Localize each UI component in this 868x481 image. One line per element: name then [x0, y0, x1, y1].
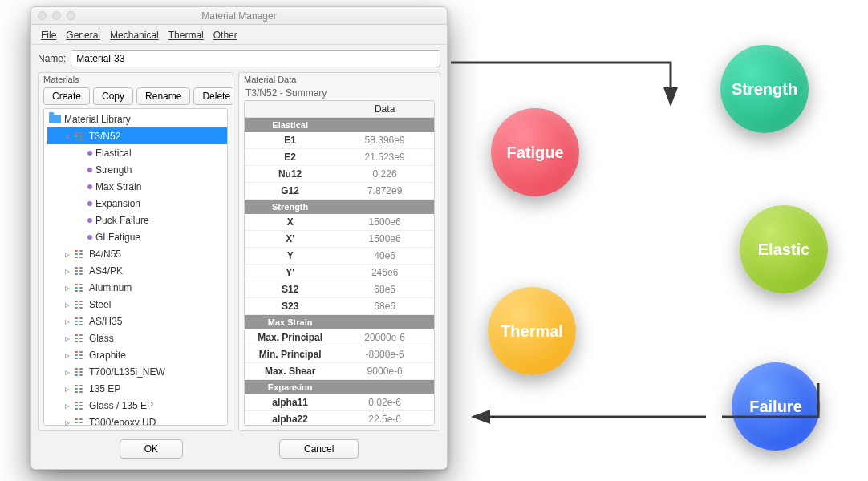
list-icon: [75, 132, 86, 140]
property-value: 0.02e-6: [335, 394, 434, 411]
rename-button[interactable]: Rename: [136, 87, 190, 105]
table-row[interactable]: alpha110.02e-6: [245, 394, 434, 411]
table-row[interactable]: S1268e6: [245, 281, 434, 298]
tree-item[interactable]: ▹B4/N55: [47, 245, 227, 262]
material-tree[interactable]: Material Library ▿ T3/N52 ElasticalStren…: [43, 108, 228, 426]
titlebar[interactable]: Material Manager: [31, 7, 447, 25]
dialog-footer: OK Cancel: [31, 431, 447, 467]
property-value: 58.396e9: [335, 132, 434, 149]
cancel-button[interactable]: Cancel: [279, 439, 359, 459]
chevron-right-icon[interactable]: ▹: [63, 265, 71, 277]
tree-item[interactable]: ▹T700/L135i_NEW: [47, 363, 227, 380]
material-data-grid[interactable]: Data ElasticalE158.396e9E221.523e9Nu120.…: [244, 100, 435, 426]
bullet-icon: [87, 218, 92, 223]
bullet-icon: [87, 235, 92, 240]
table-row[interactable]: E221.523e9: [245, 149, 434, 166]
material-data-panel: Material Data T3/N52 - Summary Data Elas…: [238, 72, 440, 431]
table-row[interactable]: Max. Principal20000e-6: [245, 329, 434, 346]
tree-item-label: 135 EP: [89, 383, 120, 394]
tree-item[interactable]: ▹Steel: [47, 296, 227, 313]
copy-button[interactable]: Copy: [93, 87, 133, 105]
list-icon: [75, 317, 86, 325]
tree-item[interactable]: ▹T300/epoxy UD: [47, 414, 227, 426]
tree-item[interactable]: ▹Glass / 135 EP: [47, 397, 227, 414]
list-icon: [75, 267, 86, 275]
badge-strength: Strength: [720, 45, 809, 133]
chevron-right-icon[interactable]: ▹: [63, 417, 71, 426]
minimize-icon[interactable]: [52, 11, 61, 20]
name-input[interactable]: [71, 50, 440, 67]
menu-bar: File General Mechanical Thermal Other: [31, 25, 447, 45]
menu-file[interactable]: File: [38, 28, 59, 42]
section-header: Strength: [245, 200, 335, 215]
zoom-icon[interactable]: [67, 11, 75, 20]
tree-item[interactable]: ▹AS/H35: [47, 313, 227, 329]
property-name: alpha11: [245, 394, 335, 411]
property-value: 0.226: [335, 166, 434, 183]
chevron-right-icon[interactable]: ▹: [63, 333, 71, 344]
property-value: 22.5e-6: [335, 411, 434, 426]
table-row[interactable]: Min. Principal-8000e-6: [245, 346, 434, 363]
chevron-right-icon[interactable]: ▹: [63, 400, 71, 411]
tree-item[interactable]: Puck Failure: [47, 212, 227, 228]
property-name: Y: [245, 248, 335, 265]
property-value: 1500e6: [335, 214, 434, 231]
chevron-down-icon[interactable]: ▿: [63, 131, 71, 142]
tree-item-selected[interactable]: ▿ T3/N52: [47, 127, 227, 144]
materials-toolbar: Create Copy Rename Delete: [39, 84, 233, 108]
tree-item[interactable]: ▹135 EP: [47, 380, 227, 397]
menu-general[interactable]: General: [63, 28, 103, 42]
bullet-icon: [87, 168, 92, 172]
menu-mechanical[interactable]: Mechanical: [107, 28, 162, 42]
menu-other[interactable]: Other: [210, 28, 241, 42]
table-row[interactable]: X'1500e6: [245, 231, 434, 248]
section-header: Expansion: [245, 380, 335, 395]
chevron-right-icon[interactable]: ▹: [63, 316, 71, 327]
tree-item-label: Glass: [89, 333, 114, 344]
table-row[interactable]: S2368e6: [245, 298, 434, 315]
tree-item-label: Expansion: [95, 198, 140, 209]
tree-root[interactable]: Material Library: [47, 111, 227, 127]
bullet-icon: [87, 184, 92, 189]
property-value: 20000e-6: [335, 329, 434, 346]
property-name: S23: [245, 298, 335, 315]
tree-item-label: Strength: [95, 164, 132, 176]
tree-item-label: Graphite: [89, 350, 126, 361]
name-row: Name:: [31, 45, 447, 72]
tree-item[interactable]: ▹Aluminum: [47, 279, 227, 296]
list-icon: [75, 334, 86, 342]
tree-item[interactable]: GLFatigue: [47, 228, 227, 245]
property-name: Y': [245, 265, 335, 281]
tree-item[interactable]: ▹AS4/PK: [47, 262, 227, 279]
tree-item[interactable]: ▹Graphite: [47, 346, 227, 363]
tree-item[interactable]: Strength: [47, 161, 227, 178]
tree-item-label: B4/N55: [89, 249, 121, 260]
close-icon[interactable]: [38, 11, 47, 20]
property-name: G12: [245, 183, 335, 200]
table-row[interactable]: G127.872e9: [245, 183, 434, 200]
table-row[interactable]: alpha2222.5e-6: [245, 411, 434, 426]
chevron-right-icon[interactable]: ▹: [63, 282, 71, 293]
tree-item[interactable]: ▹Glass: [47, 329, 227, 346]
chevron-right-icon[interactable]: ▹: [63, 366, 71, 378]
tree-item[interactable]: Elastical: [47, 144, 227, 161]
property-name: S12: [245, 281, 335, 298]
chevron-right-icon[interactable]: ▹: [63, 383, 71, 394]
create-button[interactable]: Create: [43, 87, 90, 105]
property-value: 40e6: [335, 248, 434, 265]
table-row[interactable]: Max. Shear9000e-6: [245, 363, 434, 380]
ok-button[interactable]: OK: [120, 439, 183, 459]
table-row[interactable]: Y'246e6: [245, 265, 434, 281]
table-row[interactable]: X1500e6: [245, 214, 434, 231]
chevron-right-icon[interactable]: ▹: [63, 299, 71, 310]
table-column-data: Data: [335, 101, 434, 118]
table-row[interactable]: Nu120.226: [245, 166, 434, 183]
chevron-right-icon[interactable]: ▹: [63, 249, 71, 260]
chevron-right-icon[interactable]: ▹: [63, 350, 71, 361]
tree-item[interactable]: Max Strain: [47, 178, 227, 195]
menu-thermal[interactable]: Thermal: [165, 28, 207, 42]
tree-item[interactable]: Expansion: [47, 195, 227, 212]
delete-button[interactable]: Delete: [193, 87, 233, 105]
table-row[interactable]: E158.396e9: [245, 132, 434, 149]
table-row[interactable]: Y40e6: [245, 248, 434, 265]
